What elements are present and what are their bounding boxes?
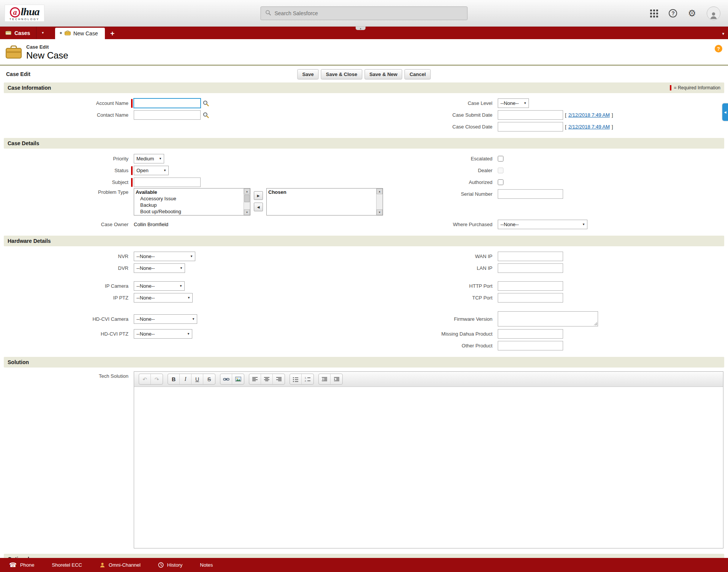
utility-phone[interactable]: ☎ Phone [9, 562, 35, 568]
subject-input[interactable] [134, 177, 201, 187]
scroll-up-icon[interactable]: ▲ [377, 189, 383, 194]
tcp-port-input[interactable] [498, 293, 563, 303]
bullet-list-icon[interactable] [290, 374, 302, 384]
case-details-title: Case Details [8, 140, 39, 146]
case-closed-date-now-link[interactable]: 2/12/2018 7:49 AM [568, 124, 610, 130]
case-closed-date-row: Case Closed Date [ 2/12/2018 7:49 AM ] [364, 121, 728, 133]
account-name-input[interactable] [134, 98, 201, 108]
italic-button[interactable]: I [180, 374, 191, 384]
align-left-icon[interactable] [249, 374, 261, 384]
tech-solution-textarea[interactable] [134, 387, 723, 548]
cases-tab-caret-icon[interactable]: ▼ [36, 27, 49, 39]
hdcvi-camera-select[interactable]: --None--▼ [134, 314, 197, 324]
global-search-input[interactable] [275, 10, 463, 16]
utility-history[interactable]: History [158, 562, 182, 568]
serial-number-input[interactable] [498, 189, 563, 199]
case-submit-date-input[interactable] [498, 110, 563, 120]
underline-button[interactable]: U [191, 374, 203, 384]
save-new-button[interactable]: Save & New [364, 69, 402, 79]
required-indicator [670, 85, 671, 90]
priority-value: Medium [136, 156, 154, 162]
page-eyebrow: Case Edit [26, 44, 68, 50]
wan-ip-input[interactable] [498, 252, 563, 261]
missing-dahua-product-input[interactable] [498, 329, 563, 339]
hdcvi-ptz-select[interactable]: --None--▼ [134, 329, 192, 339]
scroll-up-icon[interactable]: ▲ [244, 189, 250, 194]
utility-notes[interactable]: Notes [200, 562, 213, 568]
http-port-input[interactable] [498, 281, 563, 291]
ip-camera-select[interactable]: --None--▼ [134, 281, 185, 291]
scroll-down-icon[interactable]: ▼ [377, 209, 383, 215]
status-value: Open [136, 168, 149, 173]
contact-lookup-icon[interactable] [203, 112, 209, 119]
indent-icon[interactable] [331, 374, 342, 384]
case-submit-date-now-link[interactable]: 2/12/2018 7:49 AM [568, 112, 610, 118]
status-select[interactable]: Open ▼ [134, 166, 169, 175]
authorized-checkbox[interactable] [498, 179, 503, 185]
insert-link-icon[interactable] [220, 374, 232, 384]
numbered-list-icon[interactable]: 1.2. [302, 374, 313, 384]
tab-new-case[interactable]: * New Case [55, 28, 104, 39]
status-label: Status [0, 168, 134, 173]
setup-gear-icon[interactable]: ⚙ [688, 9, 696, 18]
align-right-icon[interactable] [273, 374, 285, 384]
move-left-button[interactable]: ◀ [254, 203, 263, 211]
user-avatar[interactable] [707, 6, 720, 20]
case-level-select[interactable]: --None-- ▼ [498, 98, 529, 108]
firmware-version-textarea[interactable] [498, 311, 598, 326]
ip-ptz-value: --None-- [136, 295, 155, 301]
utility-omni-channel[interactable]: Omni-Channel [100, 562, 141, 568]
align-center-icon[interactable] [261, 374, 273, 384]
insert-image-icon[interactable] [232, 374, 244, 384]
header-collapse-notch[interactable]: ▲ [356, 27, 366, 30]
nvr-select[interactable]: --None--▼ [134, 252, 195, 261]
hardware-right-column: WAN IP LAN IP HTTP Port TCP Port [364, 250, 728, 352]
utility-shoretel-ecc[interactable]: Shoretel ECC [52, 562, 82, 568]
history-group: ↶ ↷ [139, 374, 163, 385]
ip-ptz-select[interactable]: --None--▼ [134, 293, 193, 303]
scroll-down-icon[interactable]: ▼ [244, 209, 250, 215]
listbox-option[interactable]: Boot up/Rebooting [135, 208, 243, 215]
omni-channel-icon [100, 562, 105, 568]
edit-section-title: Case Edit [6, 71, 30, 77]
escalated-checkbox[interactable] [498, 156, 503, 162]
bold-button[interactable]: B [168, 374, 180, 384]
format-group: B I U S [168, 374, 215, 385]
contact-name-input[interactable] [134, 110, 201, 120]
strikethrough-button[interactable]: S [203, 374, 215, 384]
global-header: alhua TECHNOLOGY ? ⚙ [0, 0, 728, 27]
move-right-button[interactable]: ▶ [254, 191, 263, 200]
new-tab-button[interactable]: + [105, 28, 120, 39]
problem-type-chosen-listbox[interactable]: Chosen ▲ ▼ [266, 188, 383, 215]
listbox-option[interactable]: Accessory Issue [135, 195, 243, 202]
account-lookup-icon[interactable] [203, 100, 209, 107]
dealer-label: Dealer [364, 168, 498, 173]
listbox-option[interactable]: Backup [135, 202, 243, 208]
case-icon [65, 30, 71, 36]
lan-ip-input[interactable] [498, 263, 563, 273]
sidebar-expand-tab[interactable]: ◀ [722, 103, 728, 121]
save-button[interactable]: Save [297, 69, 318, 79]
priority-select[interactable]: Medium ▼ [134, 154, 164, 163]
scroll-thumb[interactable] [244, 195, 250, 202]
dvr-select[interactable]: --None--▼ [134, 263, 185, 273]
problem-type-available-listbox[interactable]: Available Accessory Issue Backup Boot up… [134, 188, 250, 215]
listbox-scrollbar[interactable]: ▲ ▼ [244, 189, 250, 215]
page-help-icon[interactable]: ? [715, 45, 722, 52]
save-close-button[interactable]: Save & Close [321, 69, 362, 79]
outdent-icon[interactable] [319, 374, 331, 384]
ip-camera-row: IP Camera --None--▼ [0, 280, 364, 292]
dropdown-arrow-icon: ▼ [177, 284, 184, 288]
other-product-input[interactable] [498, 341, 563, 350]
where-purchased-select[interactable]: --None-- ▼ [498, 220, 587, 229]
case-closed-date-input[interactable] [498, 122, 563, 132]
tab-overflow-caret-icon[interactable]: ▼ [722, 32, 725, 36]
app-launcher-icon[interactable] [650, 10, 658, 17]
listbox-scrollbar[interactable]: ▲ ▼ [376, 189, 383, 215]
help-icon[interactable]: ? [669, 9, 677, 17]
redo-icon[interactable]: ↷ [151, 374, 163, 384]
undo-icon[interactable]: ↶ [139, 374, 151, 384]
cancel-button[interactable]: Cancel [405, 69, 431, 79]
tab-cases[interactable]: Cases [0, 27, 36, 39]
case-owner-value: Collin Bromfield [134, 222, 168, 227]
